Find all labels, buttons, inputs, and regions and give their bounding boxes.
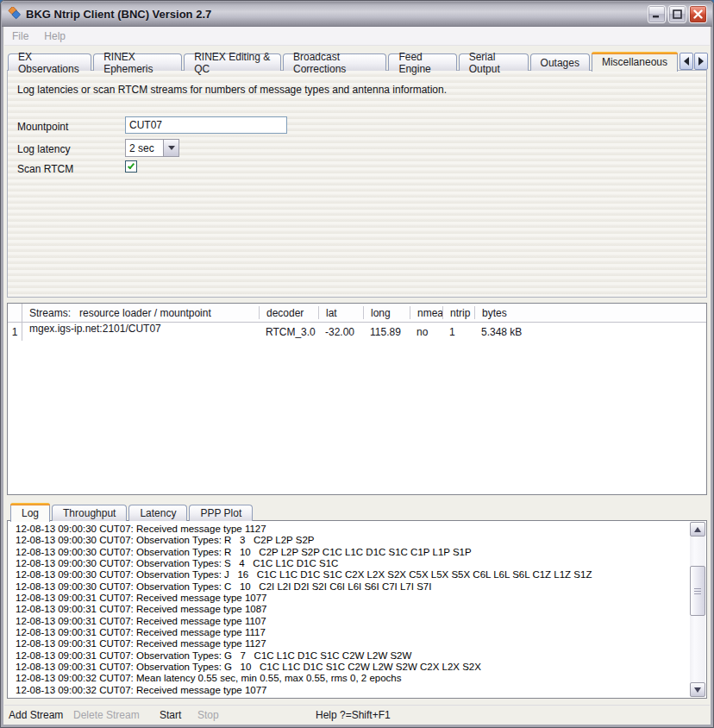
tab-broadcast-corrections[interactable]: Broadcast Corrections (283, 53, 386, 71)
log-line: 12-08-13 09:00:31 CUT07: Received messag… (16, 616, 686, 627)
menu-help[interactable]: Help (36, 30, 73, 42)
log-line: 12-08-13 09:00:30 CUT07: Observation Typ… (16, 535, 686, 546)
stop-button[interactable]: Stop (197, 709, 219, 721)
tab-rinex-ephemeris[interactable]: RINEX Ephemeris (93, 53, 182, 71)
check-icon (128, 162, 135, 170)
log-line: 12-08-13 09:00:30 CUT07: Observation Typ… (16, 581, 686, 593)
maximize-button[interactable] (668, 5, 686, 23)
stream-row[interactable]: 1 mgex.igs-ip.net:2101/CUT07 RTCM_3.0 -3… (8, 323, 706, 341)
miscellaneous-panel: Log latencies or scan RTCM streams for n… (7, 70, 707, 298)
log-line: 12-08-13 09:00:31 CUT07: Observation Typ… (16, 650, 686, 662)
tab-latency[interactable]: Latency (128, 505, 187, 521)
log-line: 12-08-13 09:00:31 CUT07: Received messag… (16, 593, 686, 604)
header-decoder: decoder (259, 306, 318, 319)
tab-scroll-right-button[interactable] (694, 53, 708, 70)
log-line: 12-08-13 09:00:30 CUT07: Received messag… (16, 524, 686, 535)
streams-table-header: Streams: resource loader / mountpoint de… (8, 304, 706, 323)
chevron-down-icon (168, 146, 175, 154)
arrow-right-icon (698, 57, 704, 66)
tab-scroll-buttons (680, 53, 708, 70)
tab-rinex-observations[interactable]: EX Observations (8, 53, 91, 71)
row-decoder: RTCM_3.0 (259, 323, 318, 341)
log-output[interactable]: 12-08-13 09:00:30 CUT07: Received messag… (7, 520, 707, 699)
header-long: long (363, 306, 410, 319)
row-long: 115.89 (363, 323, 410, 341)
log-line: 12-08-13 09:00:32 CUT07: Mean latency 0.… (16, 673, 686, 684)
log-line: 12-08-13 09:00:30 CUT07: Observation Typ… (16, 569, 686, 581)
header-bytes: bytes (474, 306, 706, 319)
panel-description: Log latencies or scan RTCM streams for n… (17, 84, 447, 96)
add-stream-button[interactable]: Add Stream (9, 709, 63, 721)
scroll-down-button[interactable] (690, 682, 705, 697)
start-button[interactable]: Start (160, 709, 181, 721)
row-lat: -32.00 (318, 323, 363, 341)
header-lat: lat (318, 306, 363, 319)
header-ntrip: ntrip (442, 306, 474, 319)
tab-scroll-left-button[interactable] (680, 53, 693, 70)
header-nmea: nmea (410, 306, 442, 319)
row-number: 1 (8, 323, 22, 341)
client-area: File Help EX Observations RINEX Ephemeri… (4, 27, 710, 724)
log-line: 12-08-13 09:00:31 CUT07: Observation Typ… (16, 662, 686, 673)
help-shortcut-label: Help ?=Shift+F1 (316, 709, 391, 721)
menu-bar: File Help (4, 27, 710, 46)
row-nmea: no (410, 323, 442, 341)
arrow-down-icon (694, 687, 701, 693)
scroll-up-button[interactable] (690, 522, 705, 537)
close-button[interactable] (689, 5, 707, 23)
tab-miscellaneous[interactable]: Miscellaneous (592, 52, 678, 72)
scrollbar-thumb[interactable] (690, 566, 705, 616)
log-line: 12-08-13 09:00:31 CUT07: Received messag… (16, 627, 686, 638)
log-line: 12-08-13 09:00:31 CUT07: Received messag… (16, 638, 686, 650)
app-window: BKG Ntrip Client (BNC) Version 2.7 File … (0, 0, 714, 728)
log-scrollbar[interactable] (690, 522, 705, 697)
tab-ppp-plot[interactable]: PPP Plot (189, 505, 253, 521)
arrow-left-icon (684, 57, 689, 66)
log-line: 12-08-13 09:00:30 CUT07: Observation Typ… (16, 558, 686, 569)
title-bar[interactable]: BKG Ntrip Client (BNC) Version 2.7 (2, 2, 712, 27)
scan-rtcm-checkbox[interactable] (125, 160, 137, 173)
log-tab-bar: Log Throughput Latency PPP Plot (10, 502, 254, 521)
main-tab-bar: EX Observations RINEX Ephemeris RINEX Ed… (8, 52, 708, 71)
log-lines: 12-08-13 09:00:30 CUT07: Received messag… (16, 524, 686, 696)
window-controls (648, 5, 707, 23)
tab-outages[interactable]: Outages (530, 53, 590, 71)
menu-file[interactable]: File (4, 30, 36, 42)
log-line: 12-08-13 09:00:32 CUT07: Received messag… (16, 685, 686, 696)
minimize-button[interactable] (648, 5, 666, 23)
bnc-app-icon (7, 7, 22, 22)
log-line: 12-08-13 09:00:31 CUT07: Received messag… (16, 604, 686, 615)
tab-throughput[interactable]: Throughput (52, 505, 127, 521)
combo-dropdown-button[interactable] (163, 140, 178, 156)
row-ntrip: 1 (442, 323, 474, 341)
action-bar: Add Stream Delete Stream Start Stop Help… (4, 705, 710, 724)
mountpoint-label: Mountpoint (17, 121, 68, 133)
mountpoint-input[interactable]: CUT07 (125, 116, 287, 134)
row-stream: mgex.igs-ip.net:2101/CUT07 (22, 323, 259, 341)
log-line: 12-08-13 09:00:30 CUT07: Observation Typ… (16, 547, 686, 558)
log-latency-label: Log latency (17, 143, 70, 155)
header-streams: Streams: resource loader / mountpoint (22, 307, 259, 319)
log-latency-select[interactable]: 2 sec (125, 139, 179, 157)
delete-stream-button[interactable]: Delete Stream (73, 709, 140, 721)
streams-table: Streams: resource loader / mountpoint de… (7, 303, 707, 495)
scan-rtcm-label: Scan RTCM (17, 163, 73, 175)
tab-serial-output[interactable]: Serial Output (459, 53, 529, 71)
row-bytes: 5.348 kB (474, 323, 706, 341)
tab-log[interactable]: Log (10, 503, 50, 522)
tab-feed-engine[interactable]: Feed Engine (388, 53, 456, 71)
arrow-up-icon (694, 527, 701, 532)
window-title: BKG Ntrip Client (BNC) Version 2.7 (26, 8, 648, 21)
tab-rinex-editing-qc[interactable]: RINEX Editing & QC (184, 53, 281, 71)
